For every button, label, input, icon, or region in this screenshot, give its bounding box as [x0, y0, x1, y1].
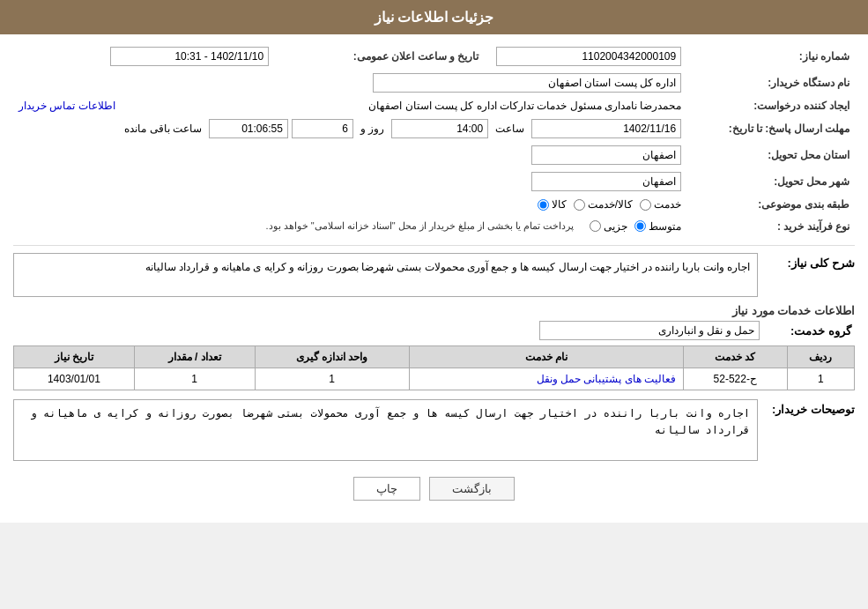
- page-header: جزئیات اطلاعات نیاز: [0, 0, 868, 34]
- announce-date-input[interactable]: [110, 47, 269, 66]
- deadline-remaining-label: ساعت باقی مانده: [124, 123, 202, 135]
- buyer-org-label: نام دستگاه خریدار:: [686, 70, 855, 96]
- city-input[interactable]: [531, 172, 681, 191]
- request-number-input[interactable]: [496, 47, 681, 66]
- announce-date-label: تاریخ و ساعت اعلان عمومی:: [274, 43, 484, 70]
- row-name[interactable]: فعالیت های پشتیبانی حمل ونقل: [409, 368, 683, 390]
- print-button[interactable]: چاپ: [353, 477, 420, 501]
- row-qty: 1: [134, 368, 255, 390]
- category-label: طبقه بندی موضوعی:: [686, 195, 855, 214]
- col-header-unit: واحد اندازه گیری: [255, 346, 409, 368]
- description-label: شرح کلی نیاز:: [767, 253, 855, 270]
- row-date: 1403/01/01: [14, 368, 135, 390]
- category-option-service[interactable]: خدمت: [640, 198, 681, 211]
- services-section-label: اطلاعات خدمات مورد نیاز: [13, 304, 855, 317]
- back-button[interactable]: بازگشت: [429, 477, 515, 501]
- col-header-date: تاریخ نیاز: [14, 346, 135, 368]
- deadline-time-label: ساعت: [495, 123, 524, 135]
- creator-value: محمدرضا نامداری مسئول خدمات تدارکات ادار…: [368, 100, 681, 112]
- col-header-code: کد خدمت: [683, 346, 787, 368]
- col-header-qty: تعداد / مقدار: [134, 346, 255, 368]
- procurement-label: نوع فرآیند خرید :: [686, 214, 855, 238]
- buyer-notes-label: توصیحات خریدار:: [767, 399, 855, 416]
- service-group-input[interactable]: [539, 321, 760, 340]
- category-option-goods-service[interactable]: کالا/خدمت: [574, 198, 633, 211]
- deadline-date-input[interactable]: [531, 119, 681, 138]
- row-code: ح-522-52: [683, 368, 787, 390]
- col-header-row: ردیف: [787, 346, 854, 368]
- col-header-name: نام خدمت: [409, 346, 683, 368]
- procurement-option-medium[interactable]: متوسط: [634, 220, 681, 233]
- description-value: اجاره وانت باربا راننده در اختیار جهت ار…: [13, 253, 758, 297]
- service-group-label: گروه خدمت:: [767, 322, 855, 340]
- table-row: 1 ح-522-52 فعالیت های پشتیبانی حمل ونقل …: [14, 368, 855, 390]
- services-table: ردیف کد خدمت نام خدمت واحد اندازه گیری ت…: [13, 345, 855, 390]
- province-label: استان محل تحویل:: [686, 142, 855, 168]
- procurement-option-minor[interactable]: جزیی: [590, 220, 627, 233]
- creator-label: ایجاد کننده درخواست:: [686, 96, 855, 115]
- deadline-label: مهلت ارسال پاسخ: تا تاریخ:: [686, 115, 855, 142]
- city-label: شهر محل تحویل:: [686, 168, 855, 195]
- procurement-note: پرداخت تمام یا بخشی از مبلغ خریدار از مح…: [266, 218, 575, 234]
- buyer-org-input[interactable]: [373, 73, 681, 93]
- row-unit: 1: [255, 368, 409, 390]
- category-option-goods[interactable]: کالا: [538, 198, 567, 211]
- creator-contact-link[interactable]: اطلاعات تماس خریدار: [19, 100, 115, 112]
- page-title: جزئیات اطلاعات نیاز: [375, 10, 494, 25]
- row-number: 1: [787, 368, 854, 390]
- deadline-time-input[interactable]: [391, 119, 488, 138]
- buyer-notes-textarea[interactable]: [13, 399, 758, 461]
- request-number-label: شماره نیاز:: [686, 43, 855, 70]
- province-input[interactable]: [531, 145, 681, 165]
- deadline-days-input[interactable]: [292, 119, 353, 138]
- deadline-remaining-input[interactable]: [209, 119, 288, 138]
- deadline-days-label: روز و: [360, 123, 384, 135]
